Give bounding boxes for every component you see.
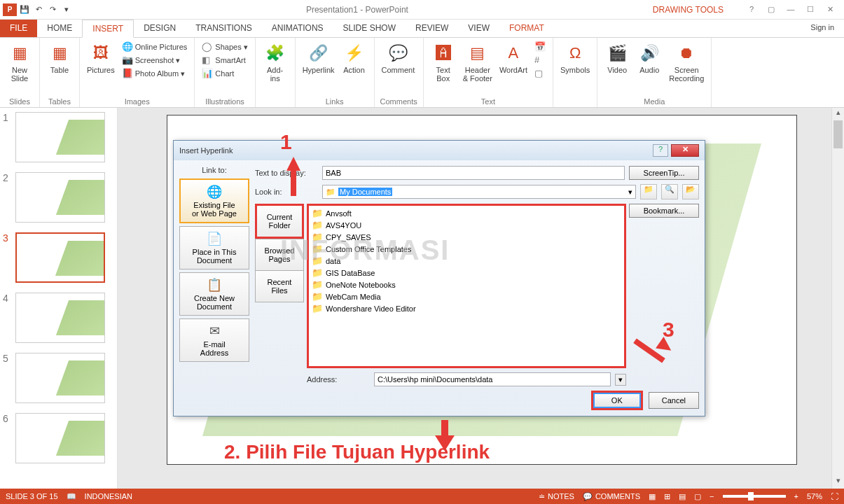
slide-thumb-5[interactable]	[15, 353, 105, 403]
current-folder-button[interactable]: Current Folder	[255, 204, 304, 239]
comments-button[interactable]: 💬 COMMENTS	[583, 492, 640, 501]
address-input[interactable]	[374, 372, 611, 386]
chart-button[interactable]: 📊Chart	[200, 67, 249, 80]
pictures-button[interactable]: 🖼Pictures	[85, 41, 116, 76]
slide-thumb-2[interactable]	[15, 172, 105, 223]
action-button[interactable]: ⚡Action	[340, 41, 368, 76]
slide-number-button[interactable]: #	[533, 54, 547, 66]
shapes-button[interactable]: ◯Shapes▾	[200, 41, 249, 53]
tab-file[interactable]: FILE	[0, 20, 37, 37]
list-item[interactable]: 📁WebCam Media	[310, 290, 623, 302]
browsed-pages-button[interactable]: Browsed Pages	[255, 239, 304, 270]
browse-web-icon[interactable]: 🔍	[661, 184, 678, 200]
slide-thumb-3[interactable]	[15, 232, 105, 283]
dialog-help-icon[interactable]: ?	[653, 144, 668, 157]
zoom-in-icon[interactable]: +	[794, 492, 798, 500]
tab-home[interactable]: HOME	[37, 20, 82, 37]
dialog-titlebar[interactable]: Insert Hyperlink ? ✕	[174, 141, 705, 160]
list-item[interactable]: 📁Custom Office Templates	[310, 243, 623, 255]
powerpoint-icon: P	[3, 4, 17, 16]
help-icon[interactable]: ?	[745, 5, 759, 14]
vertical-scrollbar[interactable]: ▴ ▾	[831, 108, 844, 489]
maximize-icon[interactable]: ☐	[803, 5, 817, 14]
object-button[interactable]: ▢	[533, 67, 547, 80]
slide-thumb-4[interactable]	[15, 293, 105, 343]
new-slide-button[interactable]: ▦New Slide	[6, 41, 34, 84]
slide-thumbnails-panel[interactable]: 1 2 3 4 5 6	[0, 108, 118, 489]
zoom-level[interactable]: 57%	[807, 492, 822, 500]
list-item[interactable]: 📁OneNote Notebooks	[310, 279, 623, 290]
zoom-out-icon[interactable]: −	[710, 492, 714, 500]
slideshow-view-icon[interactable]: ▢	[694, 492, 701, 501]
screentip-button[interactable]: ScreenTip...	[629, 166, 699, 180]
tab-slideshow[interactable]: SLIDE SHOW	[333, 20, 406, 37]
list-item[interactable]: 📁data	[310, 255, 623, 267]
reading-view-icon[interactable]: ▤	[679, 492, 686, 501]
linkto-email[interactable]: ✉E-mail Address	[179, 318, 249, 362]
list-item[interactable]: 📁AVS4YOU	[310, 219, 623, 231]
undo-icon[interactable]: ↶	[32, 4, 45, 16]
ok-button[interactable]: OK	[591, 391, 643, 410]
hyperlink-button[interactable]: 🔗Hyperlink	[301, 41, 336, 76]
minimize-icon[interactable]: —	[784, 5, 798, 14]
zoom-slider[interactable]	[723, 495, 786, 498]
wordart-button[interactable]: AWordArt	[498, 41, 529, 76]
redo-icon[interactable]: ↷	[46, 4, 59, 16]
close-icon[interactable]: ✕	[823, 5, 837, 14]
sign-in-link[interactable]: Sign in	[801, 20, 844, 37]
bookmark-button[interactable]: Bookmark...	[629, 204, 699, 218]
language-indicator[interactable]: INDONESIAN	[85, 492, 132, 500]
lookin-dropdown[interactable]: 📁My Documents ▾	[322, 185, 636, 199]
recent-files-button[interactable]: Recent Files	[255, 270, 304, 302]
symbols-button[interactable]: ΩSymbols	[559, 41, 591, 76]
group-slides: Slides	[6, 96, 34, 106]
tab-insert[interactable]: INSERT	[82, 20, 134, 38]
start-slideshow-icon[interactable]: ▾	[60, 4, 73, 16]
screenshot-button[interactable]: 📷Screenshot▾	[120, 54, 189, 66]
list-item[interactable]: 📁GIS DataBase	[310, 267, 623, 279]
list-item[interactable]: 📁CPY_SAVES	[310, 231, 623, 243]
linkto-create-new[interactable]: 📋Create New Document	[179, 272, 249, 316]
slide-counter[interactable]: SLIDE 3 OF 15	[6, 492, 58, 500]
header-footer-button[interactable]: ▤Header & Footer	[462, 41, 494, 84]
cancel-button[interactable]: Cancel	[649, 392, 699, 409]
tab-transitions[interactable]: TRANSITIONS	[186, 20, 262, 37]
addins-button[interactable]: 🧩Add- ins	[261, 41, 289, 84]
tab-review[interactable]: REVIEW	[406, 20, 458, 37]
screen-recording-button[interactable]: ⏺Screen Recording	[667, 41, 705, 84]
tab-view[interactable]: VIEW	[458, 20, 499, 37]
audio-button[interactable]: 🔊Audio	[635, 41, 663, 76]
linkto-place-in-doc[interactable]: 📄Place in This Document	[179, 226, 249, 270]
list-item[interactable]: 📁Wondershare Video Editor	[310, 302, 623, 314]
up-folder-icon[interactable]: 📁	[640, 184, 657, 200]
slide-thumb-1[interactable]	[15, 112, 105, 162]
video-button[interactable]: 🎬Video	[603, 41, 631, 76]
slide-thumb-6[interactable]	[15, 413, 105, 463]
fit-to-window-icon[interactable]: ⛶	[831, 492, 838, 500]
normal-view-icon[interactable]: ▦	[649, 492, 656, 501]
tab-design[interactable]: DESIGN	[134, 20, 186, 37]
online-pictures-button[interactable]: 🌐Online Pictures	[120, 41, 189, 53]
address-dropdown-icon[interactable]: ▾	[615, 374, 626, 386]
tab-animations[interactable]: ANIMATIONS	[262, 20, 333, 37]
photo-album-button[interactable]: 📕Photo Album▾	[120, 67, 189, 80]
linkto-existing-file[interactable]: 🌐Existing File or Web Page	[179, 178, 249, 223]
text-display-input[interactable]	[322, 166, 625, 180]
lookin-label: Look in:	[255, 188, 318, 196]
save-icon[interactable]: 💾	[18, 4, 31, 16]
table-button[interactable]: ▦Table	[46, 41, 74, 76]
browse-file-icon[interactable]: 📂	[682, 184, 699, 200]
date-time-button[interactable]: 📅	[533, 41, 547, 53]
tab-format[interactable]: FORMAT	[499, 20, 554, 37]
textbox-button[interactable]: 🅰Text Box	[429, 41, 457, 84]
spellcheck-icon[interactable]: 📖	[67, 492, 76, 501]
sorter-view-icon[interactable]: ⊞	[664, 492, 670, 501]
smartart-button[interactable]: ◧SmartArt	[200, 54, 249, 66]
ribbon-options-icon[interactable]: ▢	[764, 5, 778, 14]
comment-button[interactable]: 💬Comment	[380, 41, 417, 76]
notes-button[interactable]: ≐ NOTES	[539, 492, 574, 501]
group-comments: Comments	[380, 96, 417, 106]
file-list[interactable]: 📁Anvsoft 📁AVS4YOU 📁CPY_SAVES 📁Custom Off…	[307, 204, 626, 368]
dialog-close-icon[interactable]: ✕	[671, 144, 699, 157]
list-item[interactable]: 📁Anvsoft	[310, 207, 623, 219]
